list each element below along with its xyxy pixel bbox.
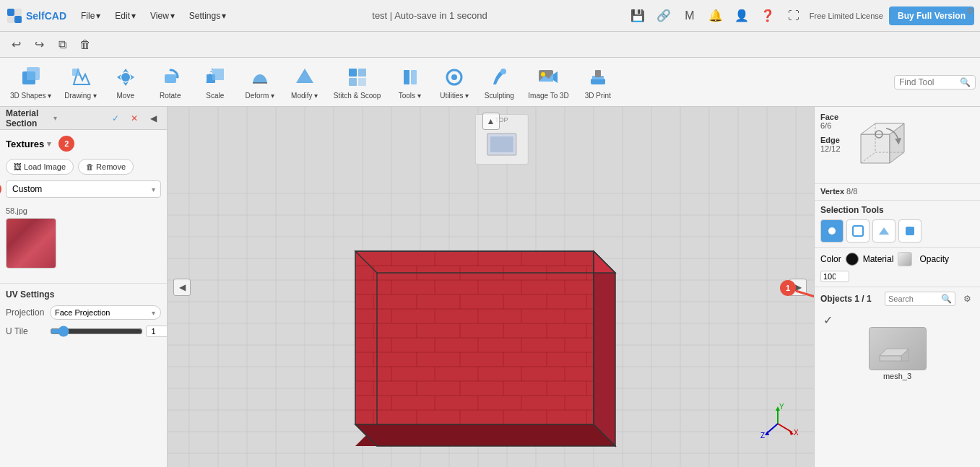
objects-settings-icon[interactable]: ⚙: [960, 292, 974, 306]
3d-print-icon: [585, 64, 611, 90]
tool-drawing[interactable]: Drawing: [58, 61, 102, 102]
tool-stitch-scoop[interactable]: Stitch & Scoop: [328, 61, 387, 102]
custom-select[interactable]: Custom: [6, 180, 161, 198]
tool-3d-shapes[interactable]: 3D Shapes: [4, 61, 57, 102]
texture-thumbnail[interactable]: [6, 218, 56, 269]
help-icon-btn[interactable]: ❓: [758, 6, 778, 26]
textures-label: Textures: [6, 139, 44, 149]
menu-file[interactable]: File ▾: [75, 8, 106, 24]
u-tile-slider-wrap: [50, 326, 168, 337]
opacity-input[interactable]: [820, 271, 849, 282]
tool-image-to-3d[interactable]: Image To 3D: [522, 61, 575, 102]
undo-button[interactable]: ↩: [6, 35, 26, 55]
material-label: Material: [863, 254, 894, 264]
material-icon[interactable]: [898, 252, 912, 266]
autosave-status: Auto-save in 1 second: [394, 10, 487, 21]
vp-left-arrow[interactable]: ◀: [173, 279, 191, 296]
buy-full-version-button[interactable]: Buy Full Version: [889, 6, 974, 25]
find-tool-area[interactable]: 🔍: [894, 75, 976, 90]
u-tile-slider[interactable]: [50, 326, 143, 337]
tool-utilities[interactable]: Utilities: [433, 61, 476, 102]
rotate-icon: [157, 64, 183, 90]
svg-text:Z: Z: [760, 432, 765, 440]
fullscreen-icon-btn[interactable]: ⛶: [784, 6, 804, 26]
select-vertex-btn[interactable]: [820, 219, 844, 243]
notification-icon-btn[interactable]: 🔔: [706, 6, 726, 26]
panel-settings-gear-icon[interactable]: ⚙: [966, 6, 974, 16]
u-tile-value-input[interactable]: [146, 326, 168, 337]
svg-rect-152: [490, 136, 513, 152]
tool-move[interactable]: Move: [104, 61, 147, 102]
save-icon-btn[interactable]: 💾: [628, 6, 648, 26]
uv-settings-title: UV Settings: [6, 289, 161, 300]
tool-scale[interactable]: Scale: [194, 61, 237, 102]
panel-collapse-button[interactable]: ◀: [145, 110, 161, 126]
selection-tool-row: [820, 219, 974, 243]
menu-edit[interactable]: Edit ▾: [109, 8, 142, 24]
textures-header: Textures ▾ 2: [6, 136, 161, 152]
panel-confirm-button[interactable]: ✓: [108, 110, 123, 126]
svg-rect-171: [853, 226, 863, 236]
objects-search[interactable]: 🔍: [885, 292, 955, 306]
find-tool-input[interactable]: [899, 77, 957, 87]
svg-text:X: X: [794, 429, 799, 437]
list-item[interactable]: ✓ mesh_3: [820, 310, 974, 383]
mesh-preview-svg: [872, 331, 923, 367]
tool-rotate[interactable]: Rotate: [149, 61, 192, 102]
tool-tools[interactable]: Tools: [388, 61, 431, 102]
copy-button[interactable]: ⧉: [52, 35, 72, 55]
svg-rect-14: [358, 69, 366, 77]
main-area: Material Section ▾ ✓ ✕ ◀ Textures ▾ 2 🖼 …: [0, 107, 980, 467]
3d-shapes-icon: [18, 64, 44, 90]
svg-marker-65: [594, 251, 615, 446]
select-object-btn[interactable]: [898, 219, 922, 243]
logo: SelfCAD: [6, 7, 66, 25]
mini-cube: [480, 126, 523, 162]
utilities-icon: [441, 64, 467, 90]
panel-close-button[interactable]: ✕: [126, 110, 142, 126]
face-label: Face: [820, 113, 838, 121]
cube-3d-preview: [846, 113, 911, 178]
remove-button[interactable]: 🗑 Remove: [78, 159, 134, 175]
image-to-3d-icon: [536, 64, 562, 90]
selection-tools-section: Selection Tools: [815, 201, 980, 248]
select-edge-btn[interactable]: [846, 219, 870, 243]
vp-top-arrow[interactable]: ▲: [482, 113, 500, 130]
menu-view[interactable]: View ▾: [144, 8, 181, 24]
viewport: TOP ▲ ◀ ▶ Y X: [168, 107, 814, 467]
tool-deform[interactable]: Deform: [238, 61, 282, 102]
vertex-label: Vertex: [820, 187, 844, 196]
topbar: SelfCAD File ▾ Edit ▾ View ▾ Settings ▾ …: [0, 0, 980, 32]
svg-point-20: [451, 74, 457, 80]
share-icon-btn[interactable]: 🔗: [654, 6, 674, 26]
user-icon-btn[interactable]: 👤: [732, 6, 752, 26]
stitch-scoop-icon: [344, 64, 370, 90]
left-panel: Material Section ▾ ✓ ✕ ◀ Textures ▾ 2 🖼 …: [0, 107, 168, 467]
objects-search-input[interactable]: [888, 294, 939, 303]
tool-3d-print[interactable]: 3D Print: [576, 61, 620, 102]
projection-row: Projection Face Projection ▾: [6, 305, 161, 320]
tools-icon: [396, 64, 422, 90]
delete-button[interactable]: 🗑: [75, 35, 95, 55]
tool-label-drawing: Drawing: [64, 92, 96, 100]
m-icon-btn[interactable]: M: [680, 6, 700, 26]
u-tile-label: U Tile: [6, 326, 45, 336]
load-image-button[interactable]: 🖼 Load Image: [6, 159, 74, 175]
projection-label: Projection: [6, 307, 45, 318]
svg-rect-16: [358, 78, 366, 86]
material-section-title: Material Section: [6, 108, 51, 128]
redo-button[interactable]: ↪: [29, 35, 49, 55]
svg-rect-18: [411, 70, 417, 84]
svg-rect-24: [591, 79, 605, 84]
projection-select[interactable]: Face Projection: [50, 305, 161, 320]
tool-sculpting[interactable]: Sculpting: [477, 61, 521, 102]
material-section-dropdown-icon: ▾: [53, 114, 57, 122]
svg-marker-150: [355, 424, 615, 446]
vertex-info: Vertex 8/8: [815, 184, 980, 201]
select-face-btn[interactable]: [872, 219, 896, 243]
menu-settings[interactable]: Settings ▾: [183, 8, 232, 24]
color-swatch[interactable]: [846, 253, 859, 266]
tool-label-stitch-scoop: Stitch & Scoop: [334, 92, 381, 100]
tool-modify[interactable]: Modify: [283, 61, 326, 102]
tool-label-scale: Scale: [206, 92, 224, 100]
